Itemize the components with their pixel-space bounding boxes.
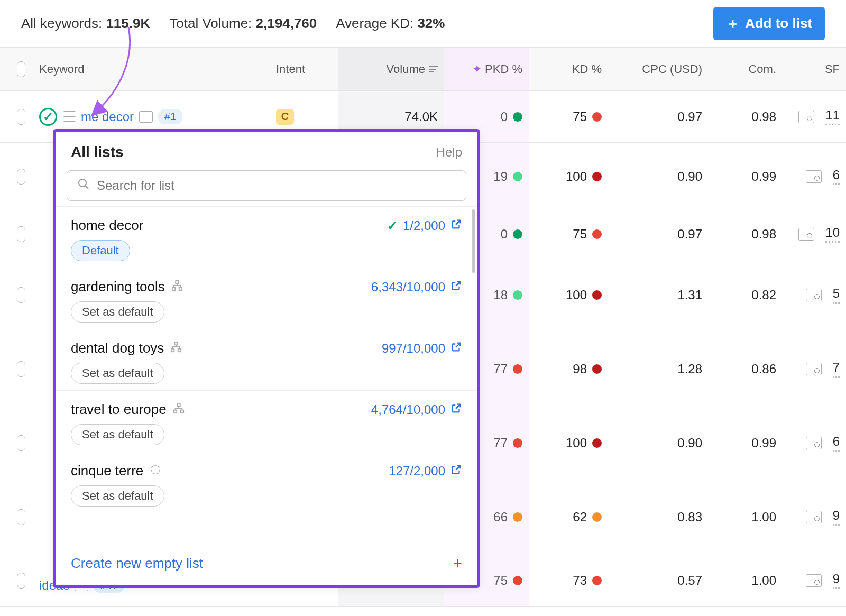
create-list-plus-icon[interactable]: + — [453, 554, 462, 572]
svg-rect-5 — [175, 342, 178, 345]
cpc-value: 0.97 — [677, 227, 702, 242]
kd-value: 62 — [573, 510, 587, 525]
row-checkbox[interactable] — [17, 435, 25, 451]
pkd-dot-icon — [513, 438, 522, 448]
kd-value: 100 — [566, 169, 587, 184]
volume-value: 74.0K — [404, 109, 438, 124]
set-default-button[interactable]: Set as default — [71, 363, 164, 384]
create-list-link[interactable]: Create new empty list — [71, 555, 203, 572]
keyword-link[interactable]: me decor — [81, 109, 134, 124]
pkd-value: 19 — [493, 169, 508, 184]
pkd-dot-icon — [513, 364, 522, 374]
pkd-value: 0 — [501, 109, 508, 124]
plus-icon: ＋ — [726, 14, 740, 33]
list-name: cinque terre — [71, 463, 143, 479]
spinner-icon — [150, 464, 161, 479]
row-checkbox[interactable] — [17, 169, 25, 185]
avg-kd-value: 32% — [417, 15, 445, 31]
cpc-value: 0.90 — [677, 436, 702, 450]
serp-view-icon[interactable] — [806, 574, 822, 587]
row-checkbox[interactable] — [17, 109, 25, 125]
open-list-icon[interactable] — [450, 280, 462, 295]
sf-value[interactable]: 5 — [833, 286, 840, 304]
com-value: 0.82 — [751, 288, 776, 302]
kd-dot-icon — [592, 438, 602, 448]
sitemap-icon — [170, 341, 182, 356]
kd-dot-icon — [592, 290, 602, 300]
list-item[interactable]: cinque terre127/2,000Set as default — [56, 452, 477, 513]
sf-value[interactable]: 10 — [825, 225, 840, 243]
svg-rect-2 — [176, 280, 179, 283]
row-checkbox[interactable] — [17, 573, 25, 589]
kd-value: 98 — [573, 362, 587, 376]
serp-view-icon[interactable] — [798, 228, 814, 241]
row-checkbox[interactable] — [17, 226, 25, 242]
rank-pill: #1 — [158, 109, 182, 124]
cpc-value: 0.97 — [677, 109, 702, 124]
pkd-dot-icon — [513, 290, 522, 300]
kd-dot-icon — [592, 512, 602, 522]
popover-help-link[interactable]: Help — [436, 145, 462, 160]
search-icon — [77, 178, 90, 194]
add-to-list-button[interactable]: ＋ Add to list — [713, 7, 825, 40]
open-list-icon[interactable] — [450, 218, 462, 233]
list-search-input[interactable] — [67, 170, 466, 201]
set-default-button[interactable]: Set as default — [71, 301, 164, 323]
open-list-icon[interactable] — [450, 402, 462, 417]
kd-dot-icon — [592, 576, 602, 585]
sf-value[interactable]: 6 — [833, 168, 840, 185]
col-pkd[interactable]: ✦ PKD % — [444, 48, 529, 90]
svg-point-11 — [151, 465, 160, 474]
list-name: dental dog toys — [71, 340, 164, 356]
col-com[interactable]: Com. — [709, 62, 783, 76]
row-checkbox[interactable] — [17, 287, 25, 303]
col-kd[interactable]: KD % — [529, 62, 608, 76]
table-header: Keyword Intent Volume ✦ PKD % KD % CPC (… — [0, 48, 846, 91]
row-checkbox[interactable] — [17, 361, 25, 377]
default-pill: Default — [71, 240, 130, 261]
lists-popover: All lists Help home decor✓1/2,000Default… — [53, 129, 480, 588]
serp-view-icon[interactable] — [806, 289, 822, 301]
serp-view-icon[interactable] — [806, 437, 822, 449]
select-all-checkbox[interactable] — [17, 61, 25, 77]
sf-value[interactable]: 9 — [833, 572, 840, 589]
col-keyword[interactable]: Keyword — [32, 62, 270, 76]
svg-rect-7 — [178, 348, 181, 352]
total-volume-label: Total Volume: — [169, 15, 252, 31]
metric-total-volume: Total Volume: 2,194,760 — [169, 15, 317, 32]
col-volume[interactable]: Volume — [338, 48, 444, 90]
sf-value[interactable]: 11 — [825, 108, 840, 125]
popover-list[interactable]: home decor✓1/2,000Defaultgardening tools… — [56, 206, 477, 541]
svg-rect-6 — [171, 348, 174, 352]
list-name: home decor — [71, 217, 143, 234]
serp-view-icon[interactable] — [806, 363, 822, 375]
list-item[interactable]: gardening tools6,343/10,000Set as defaul… — [56, 268, 477, 329]
set-default-button[interactable]: Set as default — [71, 424, 164, 445]
open-list-icon[interactable] — [450, 464, 462, 479]
serp-view-icon[interactable] — [798, 111, 814, 123]
set-default-button[interactable]: Set as default — [71, 485, 164, 507]
sf-value[interactable]: 9 — [833, 508, 840, 526]
list-item[interactable]: home decor✓1/2,000Default — [56, 206, 477, 268]
scrollbar-thumb[interactable] — [472, 209, 475, 273]
col-cpc[interactable]: CPC (USD) — [608, 62, 709, 76]
col-intent[interactable]: Intent — [270, 62, 338, 76]
list-item[interactable]: travel to europe4,764/10,000Set as defau… — [56, 390, 477, 452]
col-sf[interactable]: SF — [783, 62, 846, 76]
svg-point-0 — [79, 179, 86, 187]
row-checkbox[interactable] — [17, 509, 25, 525]
sf-value[interactable]: 7 — [833, 360, 840, 378]
serp-view-icon[interactable] — [806, 170, 822, 183]
serp-icon[interactable] — [139, 111, 153, 123]
pkd-value: 77 — [493, 362, 508, 376]
serp-view-icon[interactable] — [806, 511, 822, 523]
open-list-icon[interactable] — [450, 341, 462, 356]
kd-value: 100 — [566, 288, 587, 302]
svg-line-1 — [86, 186, 89, 189]
list-item[interactable]: dental dog toys997/10,000Set as default — [56, 329, 477, 390]
kd-value: 75 — [573, 109, 587, 124]
com-value: 1.00 — [751, 510, 776, 525]
kd-value: 100 — [566, 436, 587, 450]
list-count: 127/2,000 — [389, 464, 445, 479]
sf-value[interactable]: 6 — [833, 434, 840, 452]
